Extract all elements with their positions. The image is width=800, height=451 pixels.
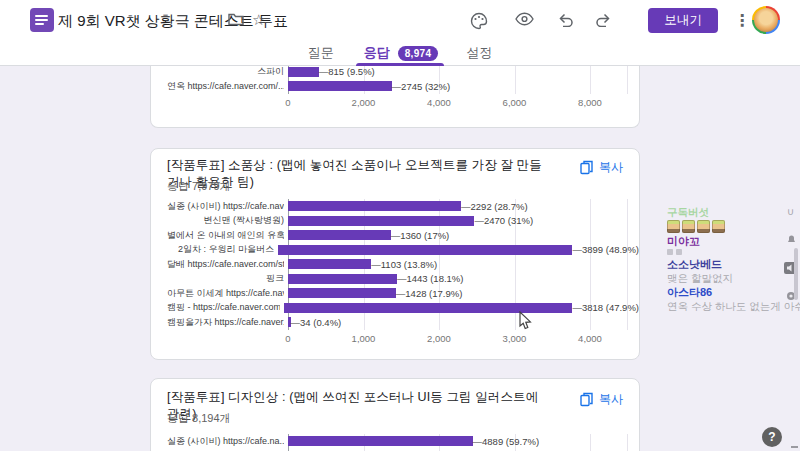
app-window: 제 9회 VR챗 상황극 콘테스트 투표 ☆ 보내기 ⋮ 질문 응답 8,974	[0, 0, 800, 451]
bar-row: 캠핑을가자 https://cafe.naver.c...—34 (0.4%)	[151, 315, 639, 330]
axis-tick: 2,000	[427, 333, 451, 344]
tab-settings[interactable]: 설정	[464, 44, 494, 62]
copy-button[interactable]: 복사	[580, 391, 623, 408]
bar	[288, 67, 319, 77]
tab-questions[interactable]: 질문	[306, 44, 336, 62]
bar-value: —2745 (32%)	[392, 81, 451, 92]
avatar-image	[754, 8, 778, 32]
copy-label: 복사	[599, 391, 623, 408]
user-avatar[interactable]	[752, 6, 780, 34]
bar-value: —815 (9.5%)	[319, 66, 375, 77]
axis-tick: 2,000	[352, 97, 376, 108]
responses-count: 응답 8,194개	[167, 411, 231, 426]
bar-value: —1443 (18.1%)	[397, 273, 464, 284]
bar	[288, 288, 396, 298]
bar-row: 아무튼 이세계 https://cafe.nave...—1428 (17.9%…	[151, 286, 639, 301]
bar	[288, 201, 461, 211]
help-button[interactable]: ?	[762, 427, 782, 447]
chat-overlay: 구독버섯미야꼬소소낫베드맺은 할말없지아스타86연옥 수상 하나도 없는게 아쉬…	[667, 206, 797, 314]
question-card-props-award: [작품투표] 소품상 : (맵에 놓여진 소품이나 오브젝트를 가장 잘 만들거…	[150, 148, 640, 360]
bar-label: 아무튼 이세계 https://cafe.nave...	[151, 287, 284, 300]
bar-label: 캠핑 - https://cafe.naver.com/st...	[151, 301, 280, 314]
axis-tick: 6,000	[503, 97, 527, 108]
axis-tick: 8,000	[578, 97, 602, 108]
bar	[288, 230, 391, 240]
bar-row: 스파이—815 (9.5%)	[151, 66, 639, 79]
bar-label: 달배 https://cafe.naver.com/ste...	[151, 258, 284, 271]
star-icon[interactable]: ☆	[252, 11, 265, 29]
bar-label: 스파이	[151, 66, 284, 78]
copy-icon	[580, 160, 593, 175]
header-bar: 제 9회 VR챗 상황극 콘테스트 투표 ☆ 보내기 ⋮ 질문 응답 8,974	[0, 0, 800, 66]
theme-palette-icon[interactable]	[470, 12, 488, 34]
chat-emote-icon	[667, 220, 680, 233]
preview-eye-icon[interactable]	[515, 12, 534, 30]
undo-icon[interactable]	[557, 12, 574, 31]
tab-bar: 질문 응답 8,974 설정	[0, 40, 800, 66]
bar	[278, 245, 572, 255]
bar-value: —1103 (13.8%)	[371, 259, 437, 270]
bar	[288, 216, 474, 226]
chat-username: 소소낫베드	[667, 258, 797, 270]
chat-subscriber-title: 구독버섯	[667, 206, 797, 218]
question-card-design-award: [작품투표] 디자인상 : (맵에 쓰여진 포스터나 UI등 그림 일러스트에 …	[150, 378, 640, 451]
tiny-emote-icon	[667, 249, 673, 255]
axis-tick: 4,000	[578, 333, 602, 344]
forms-icon[interactable]	[30, 8, 54, 32]
copy-icon	[580, 392, 593, 407]
bar-value: —3899 (48.9%)	[572, 244, 639, 255]
folder-icon[interactable]	[228, 12, 244, 30]
chat-emote-icon	[712, 220, 725, 233]
bell-icon	[787, 234, 796, 246]
bar-label: 실종 (사이비) https://cafe.naver...	[151, 200, 284, 213]
bar-label: 연옥 https://cafe.naver.com/...	[151, 80, 284, 93]
bar-value: —3818 (47.9%)	[572, 302, 639, 313]
chat-emotes	[667, 220, 797, 233]
bar-value: —1428 (17.9%)	[396, 288, 463, 299]
bar-label: 별에서 온 아내의 애인의 유혹 (...	[151, 229, 284, 242]
axis-tick: 4,000	[427, 97, 451, 108]
bar-label: 핑크	[151, 272, 284, 285]
bar-value: —2470 (31%)	[474, 215, 533, 226]
bar-value: —4889 (59.7%)	[473, 436, 540, 447]
send-button[interactable]: 보내기	[648, 8, 718, 33]
bar-row: 별에서 온 아내의 애인의 유혹 (...—1360 (17%)	[151, 228, 639, 243]
bar-row: 변신맨 (짝사랑병원)—2470 (31%)	[151, 214, 639, 229]
mouse-cursor	[519, 311, 532, 334]
bar	[288, 274, 397, 284]
resize-dash	[791, 446, 798, 448]
chat-message: 맺은 할말없지	[667, 272, 797, 284]
axis-tick: 0	[285, 97, 290, 108]
bar-label: 실종 (사이비) https://cafe.na...	[151, 435, 284, 448]
tab-responses[interactable]: 응답 8,974	[362, 40, 439, 66]
bar-row: 달배 https://cafe.naver.com/ste...—1103 (1…	[151, 257, 639, 272]
bar-label: 캠핑을가자 https://cafe.naver.c...	[151, 316, 284, 329]
bar	[288, 436, 473, 446]
chat-tiny-emotes	[667, 249, 797, 255]
chat-emote-icon	[682, 220, 695, 233]
responses-count-badge: 8,974	[398, 46, 439, 61]
copy-button[interactable]: 복사	[580, 159, 623, 176]
responses-count: 응답 7,979개	[167, 179, 231, 194]
bar-row: 실종 (사이비) https://cafe.na...—4889 (59.7%)	[151, 434, 639, 449]
bar-row: 2일차 : 우윙리 마을버스—3899 (48.9%)	[151, 243, 639, 258]
bar-chart: 스파이—815 (9.5%)연옥 https://cafe.naver.com/…	[151, 66, 639, 111]
bar-value: —2292 (28.7%)	[461, 201, 528, 212]
scrollbar-thumb[interactable]	[794, 248, 798, 300]
chat-username: 아스타86	[667, 286, 797, 298]
u-shape-icon: ∪	[787, 206, 794, 217]
bar-chart: 실종 (사이비) https://cafe.na...—4889 (59.7%)	[151, 434, 639, 449]
chat-username: 미야꼬	[667, 235, 797, 247]
redo-icon[interactable]	[595, 12, 612, 31]
bar	[288, 259, 371, 269]
chat-emote-icon	[697, 220, 710, 233]
bar-value: —1360 (17%)	[391, 230, 450, 241]
kebab-menu-icon[interactable]: ⋮	[734, 11, 750, 30]
axis-tick: 3,000	[503, 333, 527, 344]
x-axis: 01,0002,0003,0004,000	[151, 333, 639, 347]
axis-tick: 1,000	[352, 333, 376, 344]
bar-row: 핑크—1443 (18.1%)	[151, 272, 639, 287]
chat-message: 연옥 수상 하나도 없는게 아쉬움	[667, 300, 797, 312]
bar-label: 2일차 : 우윙리 마을버스	[151, 243, 274, 256]
question-card-clipped: 스파이—815 (9.5%)연옥 https://cafe.naver.com/…	[150, 66, 640, 128]
